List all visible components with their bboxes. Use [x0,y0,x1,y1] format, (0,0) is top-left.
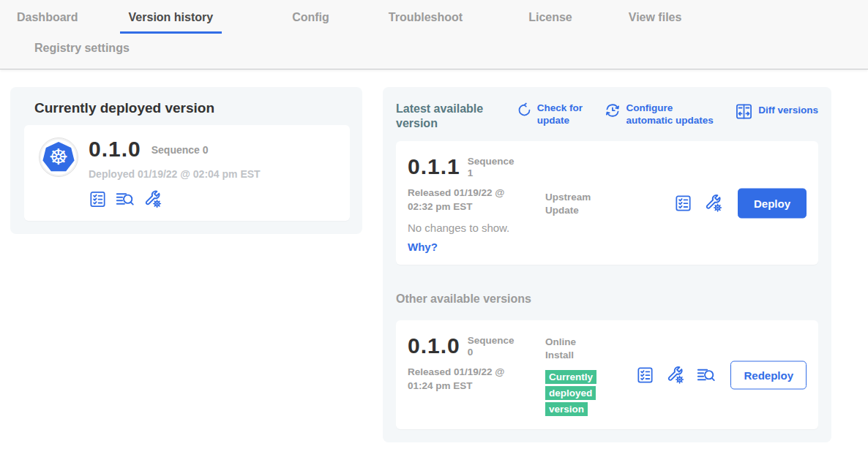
currently-deployed-badge: Currently deployed version [545,370,596,416]
deployed-sequence-label: Sequence 0 [151,144,209,156]
tab-dashboard[interactable]: Dashboard [8,3,87,34]
latest-sequence-label: Sequence 1 [468,156,517,179]
deploy-button[interactable]: Deploy [738,188,807,218]
deploy-logs-icon[interactable] [696,365,716,385]
other-card-actions: Redeploy [636,361,807,389]
upstream-update-label: Upstream Update [545,191,598,217]
latest-released-timestamp: Released 01/19/22 @ 02:32 pm EST [408,186,521,214]
config-wrench-gear-icon[interactable] [703,193,723,213]
check-for-update-link[interactable]: Check for update [517,102,587,127]
tab-config[interactable]: Config [283,3,338,34]
other-sequence-label: Sequence 0 [468,335,517,358]
tab-license[interactable]: License [520,3,581,34]
latest-source-column: Upstream Update [545,155,615,253]
no-changes-text: No changes to show. [408,222,545,234]
currently-deployed-card: ☸ 0.1.0 Sequence 0 Deployed 01/19/22 @ 0… [24,125,350,221]
kubernetes-helm-wheel-icon: ☸ [42,142,75,173]
other-versions-heading: Other available versions [396,292,818,306]
tab-view-files[interactable]: View files [620,3,691,34]
deployed-timestamp: Deployed 01/19/22 @ 02:04 pm EST [89,168,261,180]
online-install-label: Online Install [545,336,589,362]
latest-version-card: 0.1.1 Sequence 1 Released 01/19/22 @ 02:… [396,141,818,265]
tab-registry-settings[interactable]: Registry settings [26,34,138,64]
currently-deployed-badge-wrap: Currently deployed version [545,369,601,418]
other-released-timestamp: Released 01/19/22 @ 01:24 pm EST [408,365,521,393]
deployed-version-info: 0.1.0 Sequence 0 Deployed 01/19/22 @ 02:… [89,137,261,209]
check-for-update-label: Check for update [537,102,587,127]
refresh-arrow-icon [517,102,532,118]
tab-version-history[interactable]: Version history [120,3,222,34]
diff-versions-label: Diff versions [758,104,818,116]
preflight-checklist-icon[interactable] [636,366,654,384]
preflight-checklist-icon[interactable] [89,190,107,208]
latest-version-info: 0.1.1 Sequence 1 Released 01/19/22 @ 02:… [408,155,545,253]
latest-available-heading: Latest available version [396,102,498,131]
config-wrench-gear-icon[interactable] [665,365,685,385]
currently-deployed-heading: Currently deployed version [34,100,350,116]
clock-sync-icon [605,102,621,118]
tab-troubleshoot[interactable]: Troubleshoot [380,3,471,34]
redeploy-button[interactable]: Redeploy [730,361,807,389]
other-version-number: 0.1.0 [408,334,460,358]
diff-versions-link[interactable]: Diff versions [735,102,818,121]
deployed-version-number: 0.1.0 [89,137,141,161]
other-source-column: Online Install Currently deployed versio… [545,334,615,418]
latest-card-actions: Deploy [674,188,807,218]
other-version-card: 0.1.0 Sequence 0 Released 01/19/22 @ 01:… [396,320,818,429]
configure-automatic-updates-label: Configure automatic updates [626,102,717,127]
currently-deployed-panel: Currently deployed version ☸ 0.1.0 Seque… [10,87,362,234]
latest-available-header: Latest available version Check for updat… [396,102,818,131]
config-wrench-gear-icon[interactable] [143,189,162,209]
split-diff-icon [735,102,753,121]
configure-automatic-updates-link[interactable]: Configure automatic updates [605,102,717,127]
latest-available-panel: Latest available version Check for updat… [383,87,831,442]
version-history-page: Currently deployed version ☸ 0.1.0 Seque… [0,69,868,460]
latest-version-number: 0.1.1 [408,155,460,178]
top-navigation: Dashboard Version history Config Trouble… [0,0,868,69]
preflight-checklist-icon[interactable] [674,194,692,212]
other-version-info: 0.1.0 Sequence 0 Released 01/19/22 @ 01:… [408,334,545,418]
why-link[interactable]: Why? [408,241,545,253]
kubernetes-logo: ☸ [39,137,78,177]
deploy-logs-icon[interactable] [115,189,135,209]
